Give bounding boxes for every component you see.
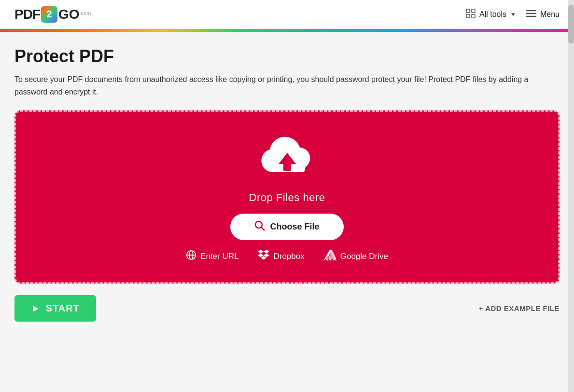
svg-rect-1	[472, 9, 475, 13]
enter-url-label: Enter URL	[200, 252, 238, 261]
main-content: Protect PDF To secure your PDF documents…	[0, 32, 574, 331]
chevron-down-icon: ▼	[510, 11, 516, 18]
svg-marker-14	[264, 250, 269, 254]
chevron-right-icon: ►	[31, 303, 41, 314]
svg-rect-2	[466, 14, 470, 18]
dropbox-link[interactable]: Dropbox	[258, 250, 304, 263]
page-title: Protect PDF	[14, 46, 560, 67]
svg-rect-0	[466, 9, 470, 13]
page-description: To secure your PDF documents from unauth…	[14, 73, 546, 98]
svg-marker-13	[258, 250, 264, 254]
start-button[interactable]: ► START	[14, 295, 96, 322]
all-tools-button[interactable]: All tools ▼	[466, 9, 516, 20]
header-nav: All tools ▼ Menu	[466, 9, 560, 20]
header: PDF 2 GO .com All tools ▼	[0, 0, 574, 29]
svg-rect-3	[472, 14, 475, 18]
add-example-label: + ADD EXAMPLE FILE	[479, 304, 560, 312]
start-label: START	[46, 303, 80, 314]
dropbox-label: Dropbox	[273, 252, 304, 261]
svg-line-9	[262, 228, 265, 230]
grid-icon	[466, 9, 476, 20]
scrollbar[interactable]	[568, 0, 574, 392]
logo[interactable]: PDF 2 GO .com	[14, 6, 91, 23]
logo-go-text: GO	[58, 7, 80, 22]
menu-button[interactable]: Menu	[526, 10, 560, 19]
choose-file-label: Choose File	[270, 222, 319, 232]
enter-url-link[interactable]: Enter URL	[186, 250, 238, 263]
google-drive-icon	[324, 250, 336, 263]
source-links: Enter URL Dropbox	[186, 250, 388, 263]
google-drive-link[interactable]: Google Drive	[324, 250, 388, 263]
choose-file-button[interactable]: Choose File	[230, 214, 343, 240]
add-example-file-button[interactable]: + ADD EXAMPLE FILE	[479, 304, 560, 312]
logo-badge: 2	[41, 6, 57, 23]
bottom-action-bar: ► START + ADD EXAMPLE FILE	[14, 293, 560, 322]
dropbox-icon	[258, 250, 269, 263]
google-drive-label: Google Drive	[340, 252, 388, 261]
hamburger-icon	[526, 10, 536, 19]
all-tools-label: All tools	[479, 10, 506, 19]
logo-pdf-text: PDF	[14, 7, 40, 22]
url-icon	[186, 250, 196, 263]
menu-label: Menu	[540, 10, 560, 19]
upload-dropzone[interactable]: Drop Files here Choose File	[14, 110, 560, 284]
scrollbar-thumb[interactable]	[568, 5, 574, 43]
logo-com-text: .com	[80, 10, 91, 16]
search-icon	[254, 220, 265, 233]
drop-files-text: Drop Files here	[249, 191, 325, 204]
cloud-upload-icon	[258, 136, 316, 182]
